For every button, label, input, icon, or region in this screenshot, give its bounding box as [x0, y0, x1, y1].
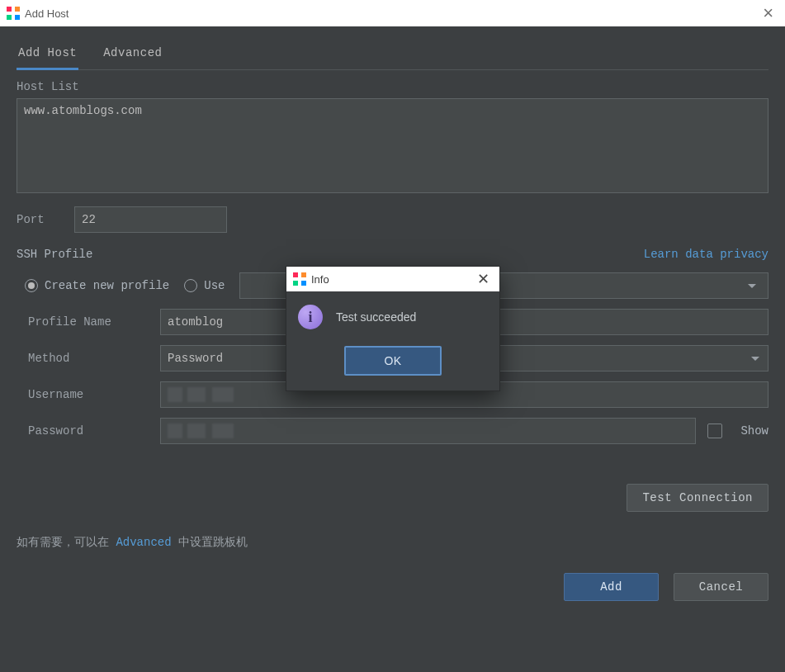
password-input[interactable]: [160, 418, 696, 444]
port-label: Port: [17, 213, 63, 226]
window-close-button[interactable]: ×: [758, 4, 778, 22]
username-label: Username: [17, 388, 149, 401]
learn-data-privacy-link[interactable]: Learn data privacy: [644, 248, 768, 261]
show-password-checkbox[interactable]: [707, 424, 722, 438]
hint-prefix: 如有需要，可以在: [17, 536, 116, 549]
info-dialog: Info ✕ i Test succeeded OK: [286, 266, 500, 391]
port-input[interactable]: [74, 206, 227, 233]
info-dialog-message: Test succeeded: [336, 310, 416, 324]
hint-advanced-link[interactable]: Advanced: [116, 536, 171, 549]
profile-name-label: Profile Name: [17, 315, 149, 329]
password-label: Password: [17, 424, 149, 438]
info-dialog-close-button[interactable]: ✕: [474, 270, 493, 288]
radio-create-new-profile[interactable]: Create new profile: [25, 279, 169, 292]
test-connection-button[interactable]: Test Connection: [627, 484, 768, 512]
tab-advanced[interactable]: Advanced: [102, 41, 163, 69]
info-dialog-ok-button[interactable]: OK: [344, 346, 442, 376]
chevron-down-icon: [748, 284, 756, 288]
host-list-input[interactable]: [17, 98, 768, 193]
tab-add-host[interactable]: Add Host: [17, 41, 78, 70]
radio-dot-icon: [25, 279, 38, 292]
info-icon: i: [298, 305, 323, 329]
cancel-button[interactable]: Cancel: [674, 573, 768, 601]
window-title: Add Host: [25, 7, 69, 20]
chevron-down-icon: [751, 357, 759, 361]
window-titlebar: Add Host ×: [0, 0, 785, 26]
app-icon: [7, 7, 20, 20]
radio-use-label: Use: [204, 279, 225, 292]
info-dialog-title: Info: [311, 273, 329, 286]
info-dialog-titlebar: Info ✕: [286, 267, 499, 291]
tab-bar: Add Host Advanced: [17, 41, 768, 70]
radio-create-label: Create new profile: [45, 279, 169, 292]
show-password-label: Show: [740, 424, 768, 438]
app-icon: [293, 272, 306, 286]
dialog-body: Add Host Advanced Host List Port SSH Pro…: [0, 26, 785, 672]
radio-use-existing[interactable]: Use: [184, 279, 225, 292]
hint-suffix: 中设置跳板机: [172, 536, 248, 549]
host-list-label: Host List: [17, 80, 768, 93]
add-button[interactable]: Add: [564, 573, 659, 601]
radio-dot-icon: [184, 279, 197, 292]
method-label: Method: [17, 352, 149, 365]
method-value: Password: [168, 352, 223, 365]
ssh-profile-label: SSH Profile: [17, 248, 92, 261]
advanced-hint: 如有需要，可以在 Advanced 中设置跳板机: [17, 535, 768, 550]
